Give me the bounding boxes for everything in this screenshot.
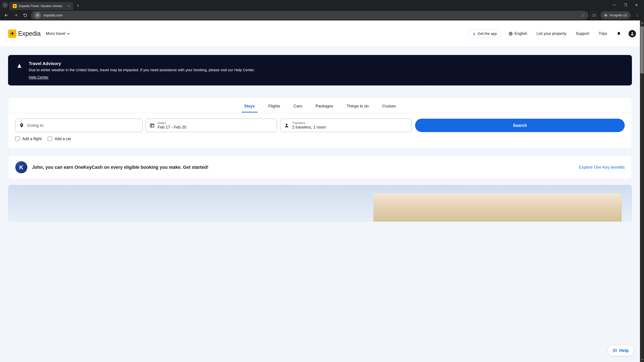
language-selector[interactable]: English bbox=[506, 31, 529, 36]
add-car-checkbox[interactable]: Add a car bbox=[48, 136, 71, 141]
scrollbar-thumb[interactable] bbox=[640, 26, 644, 73]
chevron-down-icon bbox=[67, 32, 70, 35]
close-window-button[interactable]: ✕ bbox=[635, 3, 638, 7]
tab-cars[interactable]: Cars bbox=[291, 101, 305, 112]
person-icon bbox=[630, 31, 634, 36]
advisory-text: Due to winter weather in the United Stat… bbox=[29, 67, 255, 73]
checkbox-icon bbox=[15, 136, 20, 141]
window-controls: — ❐ ✕ bbox=[613, 3, 642, 7]
tab-bar: ✈ Expedia Travel: Vacation Homes × + — ❐… bbox=[0, 0, 644, 10]
notifications-button[interactable] bbox=[614, 31, 623, 36]
travelers-label: Travelers bbox=[292, 121, 326, 125]
tab-flights[interactable]: Flights bbox=[266, 101, 283, 112]
tab-stays[interactable]: Stays bbox=[242, 101, 258, 112]
more-travel-dropdown[interactable]: More travel bbox=[46, 31, 70, 36]
help-label: Help bbox=[619, 348, 629, 353]
maximize-button[interactable]: ❐ bbox=[624, 3, 627, 7]
search-addons: Add a flight Add a car bbox=[8, 135, 632, 148]
tab-title: Expedia Travel: Vacation Homes bbox=[19, 4, 66, 8]
arrow-right-icon bbox=[14, 13, 18, 17]
back-button[interactable] bbox=[3, 11, 10, 19]
travel-advisory-banner: ▲ Travel Advisory Due to winter weather … bbox=[8, 55, 632, 85]
product-tabs: Stays Flights Cars Packages Things to do… bbox=[8, 98, 632, 113]
tab-favicon-icon: ✈ bbox=[13, 4, 17, 8]
incognito-label: Incognito (2) bbox=[610, 13, 627, 17]
svg-rect-7 bbox=[151, 125, 152, 126]
warning-icon: ▲ bbox=[16, 62, 23, 69]
url-bar[interactable]: expedia.com ☆ bbox=[31, 11, 588, 19]
hero-banner[interactable] bbox=[8, 185, 632, 222]
svg-point-0 bbox=[38, 14, 38, 15]
search-button[interactable]: Search bbox=[415, 119, 625, 132]
add-car-label: Add a car bbox=[55, 137, 71, 141]
scroll-down-icon: ▼ bbox=[640, 358, 644, 361]
travelers-field[interactable]: Travelers 2 travelers, 1 room bbox=[280, 119, 412, 132]
location-icon bbox=[19, 123, 24, 128]
advisory-title: Travel Advisory bbox=[29, 61, 255, 66]
list-property-link[interactable]: List your property bbox=[534, 31, 568, 36]
svg-point-1 bbox=[37, 15, 38, 15]
person-icon bbox=[284, 123, 289, 128]
tab-search-button[interactable] bbox=[2, 2, 8, 8]
url-text: expedia.com bbox=[44, 13, 578, 17]
get-app-label: Get the app bbox=[478, 31, 497, 36]
side-panel-button[interactable] bbox=[590, 11, 598, 19]
svg-point-2 bbox=[38, 16, 39, 16]
dates-field[interactable]: Dates Feb 17 - Feb 20 bbox=[146, 119, 277, 132]
checkbox-icon bbox=[48, 136, 52, 141]
svg-point-5 bbox=[632, 32, 633, 34]
address-bar-right: Incognito (2) ⋮ bbox=[590, 11, 641, 19]
globe-icon bbox=[508, 31, 513, 36]
chevron-down-icon bbox=[4, 4, 6, 6]
scroll-up-icon: ▲ bbox=[640, 21, 644, 24]
destination-field[interactable]: Going to bbox=[15, 119, 142, 132]
more-travel-label: More travel bbox=[46, 31, 65, 36]
get-app-button[interactable]: Get the app bbox=[468, 29, 501, 38]
onekey-badge-icon: K bbox=[15, 161, 27, 173]
trips-link[interactable]: Trips bbox=[597, 31, 609, 36]
expedia-logo[interactable]: ✈ Expedia bbox=[8, 29, 40, 38]
vertical-scrollbar[interactable]: ▲ ▼ bbox=[640, 20, 644, 362]
destination-placeholder: Going to bbox=[27, 123, 44, 128]
help-chat-button[interactable]: Help bbox=[608, 345, 634, 356]
browser-chrome: ✈ Expedia Travel: Vacation Homes × + — ❐… bbox=[0, 0, 644, 20]
logo-text: Expedia bbox=[18, 30, 40, 37]
dates-value: Feb 17 - Feb 20 bbox=[158, 125, 186, 130]
travelers-value: 2 travelers, 1 room bbox=[292, 125, 326, 130]
download-icon bbox=[472, 32, 476, 35]
add-flight-checkbox[interactable]: Add a flight bbox=[15, 136, 42, 141]
help-center-link[interactable]: Help Center bbox=[29, 75, 48, 79]
tab-things-to-do[interactable]: Things to do bbox=[344, 101, 372, 112]
support-link[interactable]: Support bbox=[574, 31, 591, 36]
minimize-button[interactable]: — bbox=[613, 3, 616, 7]
hero-image bbox=[374, 193, 622, 222]
tab-close-button[interactable]: × bbox=[68, 4, 70, 8]
address-bar: expedia.com ☆ Incognito (2) ⋮ bbox=[0, 10, 644, 20]
search-fields: Going to Dates Feb 17 - Feb 20 Travelers… bbox=[8, 113, 632, 135]
calendar-icon bbox=[150, 123, 155, 128]
reload-button[interactable] bbox=[22, 11, 29, 19]
forward-button[interactable] bbox=[12, 11, 20, 19]
site-settings-button[interactable] bbox=[34, 12, 41, 18]
browser-menu-button[interactable]: ⋮ bbox=[633, 13, 641, 17]
dates-label: Dates bbox=[158, 121, 186, 125]
svg-rect-3 bbox=[593, 14, 596, 16]
page-content: ✈ Expedia More travel Get the app Englis… bbox=[0, 20, 644, 362]
account-button[interactable] bbox=[628, 30, 636, 37]
incognito-icon bbox=[604, 13, 608, 17]
tab-packages[interactable]: Packages bbox=[313, 101, 336, 112]
chat-icon bbox=[613, 348, 617, 353]
browser-tab[interactable]: ✈ Expedia Travel: Vacation Homes × bbox=[10, 2, 73, 10]
add-flight-label: Add a flight bbox=[22, 137, 42, 141]
incognito-badge[interactable]: Incognito (2) bbox=[600, 11, 630, 19]
bell-icon bbox=[616, 31, 621, 36]
explore-benefits-link[interactable]: Explore One Key benefits bbox=[579, 165, 625, 170]
logo-icon: ✈ bbox=[8, 29, 16, 38]
reload-icon bbox=[23, 13, 27, 17]
new-tab-button[interactable]: + bbox=[76, 3, 79, 8]
tab-cruises[interactable]: Cruises bbox=[380, 101, 398, 112]
bookmark-button[interactable]: ☆ bbox=[581, 13, 585, 18]
svg-point-8 bbox=[286, 124, 288, 125]
language-label: English bbox=[514, 31, 527, 36]
panel-icon bbox=[592, 13, 596, 17]
